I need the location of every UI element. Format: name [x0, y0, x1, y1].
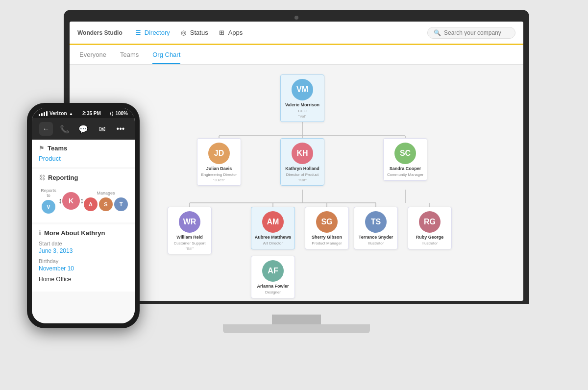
reports-to-avatar[interactable]: V — [42, 200, 55, 214]
tab-everyone[interactable]: Everyone — [79, 51, 106, 64]
phone-nav-bar: ← 📞 💬 ✉ ••• — [32, 118, 135, 140]
org-node-william[interactable]: WRWilliam ReidCustomer Support"Bill" — [168, 207, 212, 254]
nav-directory-label: Directory — [145, 29, 170, 36]
manages-col: Manages A S T — [84, 191, 128, 211]
reports-to-label: Reports to — [39, 188, 58, 198]
org-node-terrance[interactable]: TSTerrance SnyderIllustrator — [354, 207, 398, 249]
phone-status-bar: Verizon ▲ 2:35 PM ⟨⟩ 100% — [32, 108, 135, 118]
teams-icon: ⚑ — [39, 145, 45, 152]
phone-device: Verizon ▲ 2:35 PM ⟨⟩ 100% ← 📞 💬 ✉ ••• ⚑ … — [27, 103, 140, 328]
left-arrow: ↕ — [58, 196, 62, 205]
directory-icon: ☰ — [134, 29, 142, 37]
laptop-camera — [294, 16, 298, 20]
org-nick-william: "Bill" — [171, 246, 208, 251]
org-name-aubree: Aubree Matthews — [254, 235, 292, 241]
search-icon: 🔍 — [434, 29, 441, 36]
search-bar[interactable]: 🔍 — [427, 27, 515, 39]
phone-mail-icon[interactable]: ✉ — [95, 122, 109, 136]
teams-title: Teams — [48, 145, 67, 152]
org-node-arianna[interactable]: AFArianna FowlerDesigner — [251, 256, 295, 298]
battery-icon: ⟨⟩ — [110, 111, 114, 116]
org-nick-valerie: "Val" — [284, 114, 321, 119]
org-node-valerie[interactable]: VMValerie MorrisonCEO"Val" — [280, 74, 324, 122]
org-avatar-arianna: AF — [262, 260, 284, 282]
back-button[interactable]: ← — [39, 122, 53, 136]
org-title-terrance: Illustrator — [357, 241, 394, 246]
wifi-icon: ▲ — [69, 111, 74, 116]
org-avatar-terrance: TS — [365, 211, 387, 233]
org-title-kathryn: Director of Product — [284, 172, 321, 177]
phone-chat-icon[interactable]: 💬 — [76, 122, 90, 136]
carrier-info: Verizon ▲ — [39, 111, 74, 116]
org-node-kathryn[interactable]: KHKathryn HollandDirector of Product"Kat… — [280, 138, 324, 186]
teams-header: ⚑ Teams — [39, 145, 128, 152]
battery-label: 100% — [115, 111, 128, 116]
manages-avatar-0[interactable]: A — [84, 197, 98, 211]
org-nick-kathryn: "Kat" — [284, 178, 321, 182]
nav-apps[interactable]: ⊞ Apps — [218, 29, 243, 37]
carrier-label: Verizon — [49, 111, 67, 116]
phone-more-icon[interactable]: ••• — [114, 122, 127, 136]
start-date-value[interactable]: June 3, 2013 — [39, 247, 128, 254]
reporting-header: ⛓ Reporting — [39, 174, 128, 181]
org-avatar-sherry: SG — [316, 211, 338, 233]
app-topbar: Wonders Studio ☰ Directory ◎ Status ⊞ Ap… — [70, 22, 523, 45]
nav-status-label: Status — [190, 29, 208, 36]
org-name-terrance: Terrance Snyder — [357, 235, 394, 241]
org-name-sherry: Sherry Gibson — [308, 235, 345, 241]
teams-product-link[interactable]: Product — [39, 155, 128, 162]
org-name-william: William Reid — [171, 235, 208, 241]
reports-to-col: Reports to V — [39, 188, 58, 214]
org-avatar-sandra: SC — [394, 143, 416, 164]
search-input[interactable] — [444, 29, 509, 36]
laptop-base — [223, 324, 370, 333]
tab-org-chart[interactable]: Org Chart — [152, 51, 180, 64]
org-node-sherry[interactable]: SGSherry GibsonProduct Manager — [305, 207, 349, 249]
center-person-avatar[interactable]: K — [62, 192, 80, 210]
org-node-ruby[interactable]: RGRuby GeorgeIllustrator — [408, 207, 452, 249]
org-title-sherry: Product Manager — [308, 241, 345, 246]
reporting-avatars: Reports to V ↕ K ↕ Manages — [39, 184, 128, 218]
app-logo: Wonders Studio — [77, 29, 122, 36]
start-date-label: Start date — [39, 241, 128, 246]
org-node-julian[interactable]: JDJulian DavisEngineering Director"Jules… — [197, 138, 241, 186]
manages-avatar-1[interactable]: S — [99, 197, 113, 211]
app-subtabs: Everyone Teams Org Chart — [70, 45, 523, 65]
org-name-ruby: Ruby George — [411, 235, 448, 241]
manages-avatar-2[interactable]: T — [114, 197, 128, 211]
org-title-william: Customer Support — [171, 241, 208, 246]
birthday-value[interactable]: November 10 — [39, 265, 128, 272]
org-avatar-aubree: AM — [262, 211, 284, 233]
apps-icon: ⊞ — [218, 29, 226, 37]
reporting-icon: ⛓ — [39, 174, 45, 181]
org-name-arianna: Arianna Fowler — [254, 284, 292, 290]
nav-status[interactable]: ◎ Status — [180, 29, 208, 37]
org-node-aubree[interactable]: AMAubree MatthewsArt Director — [251, 207, 295, 249]
app-nav: ☰ Directory ◎ Status ⊞ Apps — [134, 29, 416, 37]
reporting-section: ⛓ Reporting Reports to V ↕ K — [32, 169, 135, 222]
laptop-stand — [272, 315, 321, 324]
org-title-arianna: Designer — [254, 290, 292, 295]
center-avatar-col: K — [62, 192, 80, 210]
org-avatar-william: WR — [179, 211, 200, 233]
org-nick-julian: "Jules" — [200, 178, 238, 182]
org-avatar-kathryn: KH — [292, 143, 313, 164]
phone-call-icon[interactable]: 📞 — [58, 122, 72, 136]
home-office-value: Home Office — [39, 276, 128, 283]
birthday-label: Birthday — [39, 258, 128, 264]
manages-avatars: A S T — [84, 197, 128, 211]
right-arrow: ↕ — [80, 196, 84, 205]
teams-section: ⚑ Teams Product — [32, 140, 135, 167]
status-icon: ◎ — [180, 29, 188, 37]
nav-directory[interactable]: ☰ Directory — [134, 29, 170, 37]
more-about-header: ℹ More About Kathryn — [39, 229, 128, 237]
org-avatar-valerie: VM — [292, 79, 313, 100]
reporting-title: Reporting — [48, 174, 78, 181]
signal-bars — [39, 111, 48, 116]
org-name-sandra: Sandra Cooper — [387, 166, 424, 172]
more-about-title: More About Kathryn — [44, 229, 105, 237]
org-node-sandra[interactable]: SCSandra CooperCommunity Manager — [383, 138, 427, 181]
org-title-aubree: Art Director — [254, 241, 292, 246]
phone-screen: Verizon ▲ 2:35 PM ⟨⟩ 100% ← 📞 💬 ✉ ••• ⚑ … — [32, 108, 135, 323]
tab-teams[interactable]: Teams — [120, 51, 139, 64]
